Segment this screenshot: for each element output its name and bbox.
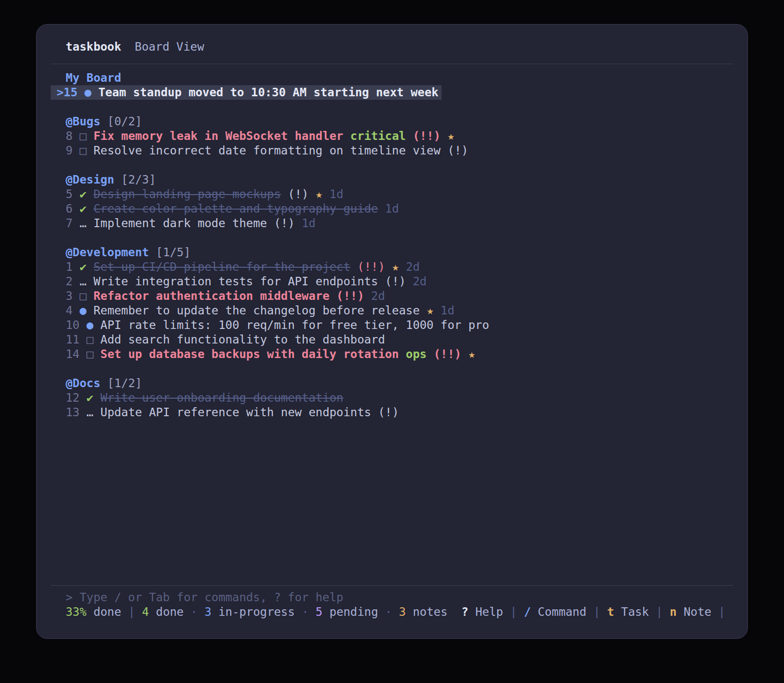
status-count-value: 4 [142, 605, 149, 618]
task-title: Set up database backups with daily rotat… [100, 348, 399, 361]
section-header: @Development [1/5] [51, 245, 733, 260]
section-name: @Design [66, 173, 114, 186]
task-priority: (!!) [336, 289, 364, 302]
task-id: 11 [66, 333, 80, 346]
view-label: Board View [135, 40, 204, 53]
checkbox-icon: □ [80, 289, 87, 302]
spacer [51, 100, 733, 114]
task-age: 2d [371, 289, 385, 302]
task-id: 3 [66, 289, 73, 302]
task-id: 13 [66, 406, 80, 419]
status-count-value: 3 [205, 605, 212, 618]
status-count-label: notes [413, 605, 448, 618]
task-priority: (!) [288, 188, 309, 201]
task-priority: (!!) [434, 348, 461, 361]
hotkey-help[interactable]: ? [461, 605, 468, 618]
ellipsis-icon: … [80, 217, 87, 230]
board: My Board >15 ● Team standup moved to 10:… [37, 64, 747, 585]
star-icon: ★ [392, 260, 399, 273]
star-icon: ★ [448, 129, 455, 142]
task-age: 1d [302, 217, 316, 230]
task-line[interactable]: 3 □ Refactor authentication middleware (… [51, 289, 733, 303]
task-line[interactable]: 14 □ Set up database backups with daily … [51, 347, 733, 362]
task-line[interactable]: 7 … Implement dark mode theme (!) 1d [51, 216, 733, 231]
footer: > Type / or Tab for commands, ? for help… [37, 586, 747, 638]
section-header: @Docs [1/2] [51, 376, 733, 391]
status-count-value: 3 [399, 605, 406, 618]
task-id: 9 [66, 144, 73, 157]
section-name: @Development [66, 246, 149, 259]
task-line[interactable]: 12 ✔ Write user onboarding documentation [51, 391, 733, 405]
task-tag: ops [406, 348, 427, 361]
status-bar: 33% done | 4 done · 3 in-progress · 5 pe… [51, 605, 733, 619]
task-line[interactable]: 1 ✔ Set up CI/CD pipeline for the projec… [51, 260, 733, 274]
header: taskbookBoard View [37, 25, 747, 54]
status-count-value: 5 [316, 605, 323, 618]
task-id: 5 [66, 188, 73, 201]
app-title: taskbook [66, 40, 121, 53]
task-line[interactable]: 6 ✔ Create color palette and typography … [51, 202, 733, 216]
hotkey-label: Task [621, 605, 649, 618]
task-line[interactable]: 8 □ Fix memory leak in WebSocket handler… [51, 129, 733, 143]
task-title: Write integration tests for API endpoint… [93, 275, 378, 288]
task-id: 1 [66, 260, 73, 273]
task-priority: (!) [378, 406, 399, 419]
star-icon: ★ [316, 188, 323, 201]
selected-item-text: Team standup moved to 10:30 AM starting … [98, 86, 439, 99]
sections: @Bugs [0/2]8 □ Fix memory leak in WebSoc… [51, 100, 733, 420]
task-priority: (!!) [413, 129, 440, 142]
section-name: @Bugs [66, 115, 100, 128]
task-priority: (!) [385, 275, 406, 288]
task-id: 10 [66, 318, 80, 331]
ellipsis-icon: … [87, 406, 94, 419]
board-title: My Board [51, 71, 733, 85]
section-progress: [1/2] [107, 377, 142, 390]
task-age: 2d [413, 275, 427, 288]
selected-item[interactable]: >15 ● Team standup moved to 10:30 AM sta… [51, 85, 442, 100]
status-percent-label: done [93, 605, 121, 618]
hotkey-command[interactable]: / [524, 605, 531, 618]
checkmark-icon: ✔ [80, 202, 87, 215]
task-line[interactable]: 10 ● API rate limits: 100 req/min for fr… [51, 318, 733, 332]
note-icon: ● [84, 86, 91, 99]
task-title: Refactor authentication middleware [93, 289, 329, 302]
checkbox-icon: □ [80, 144, 87, 157]
task-line[interactable]: 9 □ Resolve incorrect date formatting on… [51, 143, 733, 158]
hotkey-note[interactable]: n [670, 605, 677, 618]
task-line[interactable]: 5 ✔ Design landing page mockups (!) ★ 1d [51, 187, 733, 202]
bullet-icon: ● [80, 304, 87, 317]
command-prompt[interactable]: > Type / or Tab for commands, ? for help [51, 590, 733, 605]
task-age: 2d [406, 260, 420, 273]
task-priority: (!) [274, 217, 295, 230]
task-line[interactable]: 2 … Write integration tests for API endp… [51, 274, 733, 289]
selection-caret: >15 [57, 86, 78, 99]
star-icon: ★ [427, 304, 434, 317]
task-id: 8 [66, 129, 73, 142]
task-id: 4 [66, 304, 73, 317]
status-count-label: done [156, 605, 183, 618]
task-id: 14 [66, 348, 80, 361]
task-title: Implement dark mode theme [93, 217, 267, 230]
bullet-icon: ● [87, 318, 94, 331]
hotkey-label: Command [538, 605, 586, 618]
section-progress: [1/5] [156, 246, 190, 259]
section-progress: [0/2] [107, 115, 142, 128]
task-id: 12 [66, 391, 80, 404]
task-line[interactable]: 13 … Update API reference with new endpo… [51, 405, 733, 420]
checkbox-icon: □ [87, 333, 94, 346]
hotkey-task[interactable]: t [607, 605, 614, 618]
task-title: Create color palette and typography guid… [93, 202, 378, 215]
hotkey-label: Note [684, 605, 711, 618]
task-age: 1d [329, 188, 343, 201]
task-id: 6 [66, 202, 73, 215]
task-title: Update API reference with new endpoints [100, 406, 371, 419]
section-name: @Docs [66, 377, 100, 390]
task-id: 2 [66, 275, 73, 288]
taskbook-window: taskbookBoard View My Board >15 ● Team s… [36, 24, 748, 639]
task-line[interactable]: 11 □ Add search functionality to the das… [51, 332, 733, 347]
task-title: Write user onboarding documentation [100, 391, 343, 404]
task-title: Resolve incorrect date formatting on tim… [93, 144, 440, 157]
section-header: @Design [2/3] [51, 173, 733, 187]
task-line[interactable]: 4 ● Remember to update the changelog bef… [51, 303, 733, 318]
checkmark-icon: ✔ [87, 391, 94, 404]
